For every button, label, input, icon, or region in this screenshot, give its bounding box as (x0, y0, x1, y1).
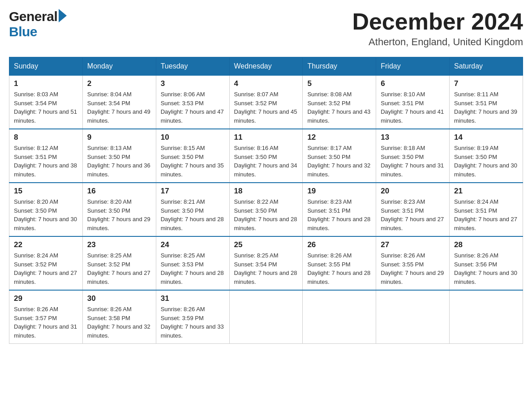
day-info: Sunrise: 8:25 AMSunset: 3:52 PMDaylight:… (87, 252, 150, 285)
day-number: 11 (234, 133, 298, 142)
calendar-cell: 28 Sunrise: 8:26 AMSunset: 3:56 PMDaylig… (450, 236, 523, 290)
day-info: Sunrise: 8:24 AMSunset: 3:52 PMDaylight:… (14, 252, 77, 285)
day-number: 22 (14, 240, 78, 249)
day-number: 29 (14, 294, 78, 303)
day-number: 4 (234, 79, 298, 88)
day-number: 28 (454, 240, 518, 249)
calendar-cell: 24 Sunrise: 8:25 AMSunset: 3:53 PMDaylig… (156, 236, 229, 290)
calendar-day-header-thursday: Thursday (303, 57, 376, 75)
calendar-cell: 11 Sunrise: 8:16 AMSunset: 3:50 PMDaylig… (229, 129, 303, 183)
day-info: Sunrise: 8:21 AMSunset: 3:50 PMDaylight:… (161, 198, 224, 231)
calendar-week-row-4: 22 Sunrise: 8:24 AMSunset: 3:52 PMDaylig… (9, 236, 523, 290)
day-number: 24 (161, 240, 225, 249)
calendar-day-header-wednesday: Wednesday (229, 57, 303, 75)
day-info: Sunrise: 8:26 AMSunset: 3:58 PMDaylight:… (87, 306, 150, 339)
calendar-cell (450, 290, 523, 344)
calendar-week-row-5: 29 Sunrise: 8:26 AMSunset: 3:57 PMDaylig… (9, 290, 523, 344)
day-info: Sunrise: 8:22 AMSunset: 3:50 PMDaylight:… (234, 198, 297, 231)
location-text: Atherton, England, United Kingdom (352, 36, 523, 48)
day-info: Sunrise: 8:16 AMSunset: 3:50 PMDaylight:… (234, 145, 297, 178)
day-info: Sunrise: 8:26 AMSunset: 3:59 PMDaylight:… (161, 306, 224, 339)
calendar-cell: 16 Sunrise: 8:20 AMSunset: 3:50 PMDaylig… (82, 183, 156, 236)
calendar-cell: 20 Sunrise: 8:23 AMSunset: 3:51 PMDaylig… (376, 183, 450, 236)
month-title: December 2024 (352, 9, 523, 34)
day-number: 13 (381, 133, 445, 142)
calendar-header-row: SundayMondayTuesdayWednesdayThursdayFrid… (9, 57, 523, 75)
calendar-cell: 14 Sunrise: 8:19 AMSunset: 3:50 PMDaylig… (450, 129, 523, 183)
calendar-cell: 13 Sunrise: 8:18 AMSunset: 3:50 PMDaylig… (376, 129, 450, 183)
calendar-cell: 18 Sunrise: 8:22 AMSunset: 3:50 PMDaylig… (229, 183, 303, 236)
day-number: 21 (454, 187, 518, 196)
day-info: Sunrise: 8:19 AMSunset: 3:50 PMDaylight:… (454, 145, 517, 178)
day-number: 14 (454, 133, 518, 142)
calendar-day-header-monday: Monday (82, 57, 156, 75)
logo-general-text: General (9, 10, 57, 23)
day-info: Sunrise: 8:25 AMSunset: 3:54 PMDaylight:… (234, 252, 297, 285)
day-number: 27 (381, 240, 445, 249)
calendar-cell: 2 Sunrise: 8:04 AMSunset: 3:54 PMDayligh… (82, 75, 156, 129)
calendar-cell: 10 Sunrise: 8:15 AMSunset: 3:50 PMDaylig… (156, 129, 229, 183)
day-number: 5 (307, 79, 371, 88)
calendar-cell (376, 290, 450, 344)
day-number: 7 (454, 79, 518, 88)
day-info: Sunrise: 8:18 AMSunset: 3:50 PMDaylight:… (381, 145, 444, 178)
calendar-cell: 9 Sunrise: 8:13 AMSunset: 3:50 PMDayligh… (82, 129, 156, 183)
calendar-cell: 23 Sunrise: 8:25 AMSunset: 3:52 PMDaylig… (82, 236, 156, 290)
logo: General Blue (9, 9, 67, 39)
day-number: 1 (14, 79, 78, 88)
day-number: 10 (161, 133, 225, 142)
day-number: 17 (161, 187, 225, 196)
calendar-cell: 5 Sunrise: 8:08 AMSunset: 3:52 PMDayligh… (303, 75, 376, 129)
calendar-cell: 15 Sunrise: 8:20 AMSunset: 3:50 PMDaylig… (9, 183, 83, 236)
calendar-cell: 1 Sunrise: 8:03 AMSunset: 3:54 PMDayligh… (9, 75, 83, 129)
title-section: December 2024 Atherton, England, United … (352, 9, 523, 48)
calendar-cell: 26 Sunrise: 8:26 AMSunset: 3:55 PMDaylig… (303, 236, 376, 290)
calendar-cell: 12 Sunrise: 8:17 AMSunset: 3:50 PMDaylig… (303, 129, 376, 183)
day-info: Sunrise: 8:26 AMSunset: 3:55 PMDaylight:… (307, 252, 370, 285)
day-number: 3 (161, 79, 225, 88)
day-info: Sunrise: 8:25 AMSunset: 3:53 PMDaylight:… (161, 252, 224, 285)
calendar-cell: 6 Sunrise: 8:10 AMSunset: 3:51 PMDayligh… (376, 75, 450, 129)
day-info: Sunrise: 8:26 AMSunset: 3:56 PMDaylight:… (454, 252, 517, 285)
day-number: 16 (87, 187, 151, 196)
day-number: 23 (87, 240, 151, 249)
calendar-week-row-2: 8 Sunrise: 8:12 AMSunset: 3:51 PMDayligh… (9, 129, 523, 183)
day-info: Sunrise: 8:23 AMSunset: 3:51 PMDaylight:… (381, 198, 444, 231)
logo-chevron-icon (59, 9, 67, 22)
day-info: Sunrise: 8:12 AMSunset: 3:51 PMDaylight:… (14, 145, 77, 178)
page-header: General Blue December 2024 Atherton, Eng… (9, 9, 523, 48)
day-info: Sunrise: 8:06 AMSunset: 3:53 PMDaylight:… (161, 91, 224, 124)
day-info: Sunrise: 8:07 AMSunset: 3:52 PMDaylight:… (234, 91, 297, 124)
day-number: 18 (234, 187, 298, 196)
day-number: 25 (234, 240, 298, 249)
day-info: Sunrise: 8:26 AMSunset: 3:55 PMDaylight:… (381, 252, 444, 285)
calendar-cell: 7 Sunrise: 8:11 AMSunset: 3:51 PMDayligh… (450, 75, 523, 129)
calendar-day-header-tuesday: Tuesday (156, 57, 229, 75)
day-info: Sunrise: 8:20 AMSunset: 3:50 PMDaylight:… (87, 198, 150, 231)
calendar-cell (303, 290, 376, 344)
day-number: 9 (87, 133, 151, 142)
day-number: 19 (307, 187, 371, 196)
day-info: Sunrise: 8:03 AMSunset: 3:54 PMDaylight:… (14, 91, 77, 124)
calendar-cell: 21 Sunrise: 8:24 AMSunset: 3:51 PMDaylig… (450, 183, 523, 236)
day-info: Sunrise: 8:26 AMSunset: 3:57 PMDaylight:… (14, 306, 77, 339)
calendar-cell: 29 Sunrise: 8:26 AMSunset: 3:57 PMDaylig… (9, 290, 83, 344)
logo-blue-text: Blue (9, 24, 37, 39)
day-info: Sunrise: 8:23 AMSunset: 3:51 PMDaylight:… (307, 198, 370, 231)
day-number: 30 (87, 294, 151, 303)
day-info: Sunrise: 8:17 AMSunset: 3:50 PMDaylight:… (307, 145, 370, 178)
day-number: 8 (14, 133, 78, 142)
day-number: 26 (307, 240, 371, 249)
calendar-day-header-saturday: Saturday (450, 57, 523, 75)
day-number: 2 (87, 79, 151, 88)
day-number: 6 (381, 79, 445, 88)
calendar-cell: 19 Sunrise: 8:23 AMSunset: 3:51 PMDaylig… (303, 183, 376, 236)
calendar-cell: 17 Sunrise: 8:21 AMSunset: 3:50 PMDaylig… (156, 183, 229, 236)
calendar-cell: 30 Sunrise: 8:26 AMSunset: 3:58 PMDaylig… (82, 290, 156, 344)
day-info: Sunrise: 8:13 AMSunset: 3:50 PMDaylight:… (87, 145, 150, 178)
day-info: Sunrise: 8:24 AMSunset: 3:51 PMDaylight:… (454, 198, 517, 231)
day-number: 12 (307, 133, 371, 142)
day-number: 31 (161, 294, 225, 303)
calendar-cell: 4 Sunrise: 8:07 AMSunset: 3:52 PMDayligh… (229, 75, 303, 129)
calendar-cell: 31 Sunrise: 8:26 AMSunset: 3:59 PMDaylig… (156, 290, 229, 344)
